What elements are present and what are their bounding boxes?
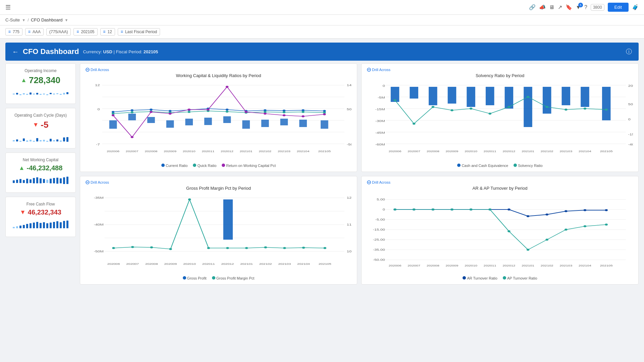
back-button[interactable]: ←	[12, 48, 19, 56]
svg-point-178	[489, 113, 491, 115]
svg-point-265	[432, 208, 434, 210]
svg-text:120.0%: 120.0%	[347, 196, 352, 199]
svg-rect-14	[60, 94, 62, 95]
svg-point-257	[507, 208, 510, 210]
chart-working-capital: Drill Across Working Capital & Liquidity…	[80, 63, 357, 172]
filter-period[interactable]: = 202105	[73, 28, 97, 36]
svg-text:202011: 202011	[202, 262, 215, 265]
svg-rect-18	[16, 139, 18, 141]
breadcrumb-dashboard[interactable]: CFO Dashboard	[31, 17, 63, 22]
svg-text:202009: 202009	[164, 150, 176, 153]
breadcrumb-suite[interactable]: C-Suite	[5, 17, 20, 22]
svg-point-211	[112, 247, 115, 249]
svg-rect-22	[30, 140, 32, 141]
svg-text:0: 0	[97, 108, 100, 111]
svg-point-260	[565, 210, 567, 212]
svg-text:202104: 202104	[297, 150, 310, 153]
svg-rect-171	[581, 87, 589, 107]
svg-text:12: 12	[95, 83, 100, 87]
svg-rect-164	[448, 87, 456, 104]
svg-point-118	[112, 114, 114, 116]
svg-rect-32	[63, 137, 65, 141]
help-icon[interactable]: ⓘ	[626, 48, 632, 56]
svg-rect-48	[60, 178, 62, 183]
arrow-up-icon: ▲	[21, 77, 27, 84]
kpi-cash-cycle: Operating Cash Cycle (Days) ▼ -5	[5, 108, 76, 148]
filter-combo[interactable]: (775/AAA)	[46, 28, 71, 36]
monitor-icon[interactable]: 🖥	[549, 4, 554, 10]
question-icon[interactable]: ?	[584, 4, 587, 10]
svg-text:-400.00: -400.00	[628, 143, 633, 146]
svg-rect-23	[33, 141, 35, 142]
svg-text:-45M: -45M	[375, 131, 385, 134]
svg-text:-150.00: -150.00	[628, 133, 633, 136]
svg-text:202012: 202012	[221, 262, 234, 265]
gp-drill-across[interactable]: Drill Across	[86, 180, 109, 184]
svg-rect-45	[50, 179, 52, 183]
megaphone-icon[interactable]: 📣	[539, 4, 546, 10]
filter-aaa[interactable]: = AAA	[25, 28, 44, 36]
bookmark-icon[interactable]: 🔖	[566, 4, 572, 10]
svg-text:-25.00: -25.00	[373, 238, 385, 241]
svg-point-174	[413, 123, 415, 125]
svg-point-180	[527, 96, 529, 98]
svg-point-124	[226, 86, 228, 88]
gp-chart-body: -35M -40M -50M 120.0% 110.0% 100.0%	[86, 193, 352, 274]
svg-text:202011: 202011	[484, 150, 496, 153]
sol-chart-header: Drill Across	[367, 68, 633, 72]
svg-text:202009: 202009	[446, 150, 459, 153]
chart-gross-profit: Drill Across Gross Profit Margin Pct by …	[80, 176, 357, 285]
svg-rect-169	[543, 87, 551, 114]
arrow-down-icon2: ▼	[20, 209, 26, 216]
svg-rect-20	[23, 138, 25, 141]
svg-point-259	[545, 214, 548, 216]
svg-rect-83	[128, 114, 136, 120]
dashboard-title: CFO Dashboard	[23, 47, 79, 56]
svg-point-115	[283, 111, 285, 113]
kpi-net-working-capital-sparkline	[11, 175, 70, 185]
edit-button[interactable]: Edit	[608, 3, 629, 12]
legend-dot-gross-margin	[212, 276, 215, 280]
clock-icon[interactable]: 3800	[591, 4, 604, 11]
kpi-operating-income-value: ▲ 728,340	[11, 75, 70, 85]
svg-text:-35M: -35M	[94, 196, 104, 199]
filter-12[interactable]: = 12	[100, 28, 115, 36]
wc-drill-across[interactable]: Drill Across	[86, 68, 109, 72]
link-icon[interactable]: 🔗	[529, 4, 536, 10]
filter-775[interactable]: = 775	[5, 28, 22, 36]
svg-point-177	[470, 108, 472, 110]
filter-fiscal[interactable]: = Last Fiscal Period	[118, 28, 160, 36]
arap-drill-across[interactable]: Drill Across	[367, 180, 390, 184]
wc-chart-body: 12 0 -7 140.0% 50.0% -50.0%	[86, 80, 352, 162]
svg-rect-43	[43, 179, 45, 183]
svg-rect-162	[410, 87, 418, 99]
svg-rect-51	[13, 227, 15, 228]
svg-text:202006: 202006	[389, 150, 401, 153]
sol-chart-legend: Cash and Cash Equivalence Solvency Ratio	[367, 164, 633, 168]
kpi-free-cash-flow: Free Cash Flow ▼ 46,232,343	[5, 197, 76, 237]
svg-point-220	[283, 247, 286, 249]
svg-rect-53	[19, 226, 21, 228]
svg-rect-12	[53, 94, 55, 95]
svg-point-176	[450, 109, 453, 111]
svg-point-264	[413, 208, 415, 210]
svg-point-268	[489, 208, 491, 210]
svg-text:202008: 202008	[427, 150, 439, 153]
legend-dot-cash	[457, 164, 461, 167]
svg-rect-61	[46, 223, 48, 228]
svg-rect-93	[321, 120, 328, 129]
hamburger-icon[interactable]: ☰	[5, 4, 11, 11]
svg-rect-86	[185, 119, 193, 125]
svg-point-219	[264, 246, 267, 248]
breadcrumb-arrow-icon: ▼	[22, 18, 25, 22]
share-icon[interactable]: ↗	[558, 4, 562, 10]
top-navigation: ☰ 🔗 📣 🖥 ↗ 🔖 ▼ 5 ? 3800 Edit 🧳	[0, 0, 644, 15]
breadcrumb: C-Suite ▼ / CFO Dashboard ▼	[0, 15, 644, 25]
svg-rect-17	[13, 140, 15, 141]
svg-text:202008: 202008	[145, 262, 158, 265]
svg-rect-85	[166, 120, 174, 128]
svg-point-213	[150, 246, 153, 248]
avatar-icon[interactable]: 🧳	[632, 4, 639, 10]
filter-icon[interactable]: ▼ 5	[576, 4, 581, 10]
sol-drill-across[interactable]: Drill Across	[367, 68, 390, 72]
